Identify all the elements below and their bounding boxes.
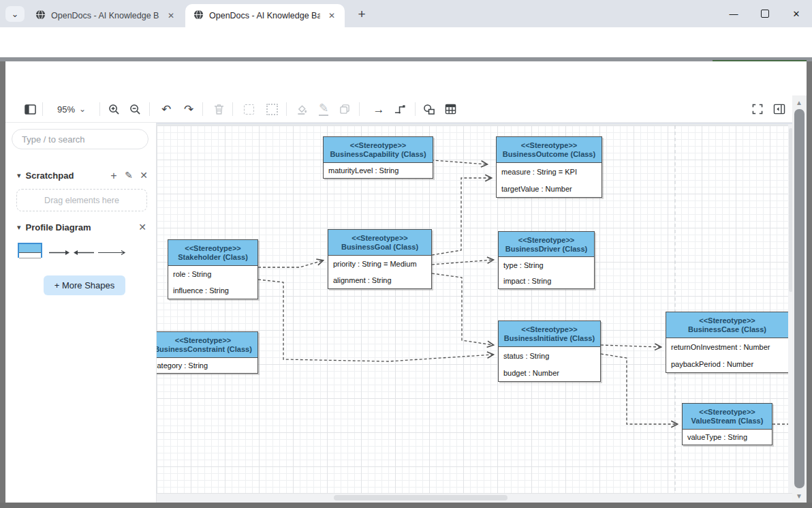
palette-open-arrow-shape[interactable] [97,247,126,259]
toolbar-divider [415,102,416,116]
tab-title: OpenDocs - AI Knowledge Base [51,11,159,20]
window-minimize-button[interactable]: — [723,7,744,20]
dependency-stakeholder-initiative[interactable] [258,280,493,361]
dependency-stakeholder-goal[interactable] [258,260,323,267]
class-header: <<Stereotype>> BusinessConstraint (Class… [157,332,257,358]
class-header: <<Stereotype>> BusinessOutcome (Class) [497,137,602,163]
table-tool[interactable] [443,103,457,115]
undo-button[interactable]: ↶ [159,103,173,115]
tab-close-icon[interactable]: ✕ [165,10,177,22]
tab-title: OpenDocs - AI Knowledge Base [209,11,320,20]
stereotype-label: <<Stereotype>> [350,141,407,149]
toolbar-divider [286,102,287,116]
address-bar: ← → ↻ ai-toolbox.visual-paradigm.com/app… [0,27,812,57]
class-business-capability[interactable]: <<Stereotype>> BusinessCapability (Class… [323,136,433,179]
caret-down-icon: ▾ [17,223,21,232]
line-style-button[interactable]: ✎ [317,103,330,115]
canvas-horizontal-scrollbar-thumb[interactable] [334,495,507,500]
scratchpad-dropzone[interactable]: Drag elements here [16,189,147,211]
lasso-icon [266,104,278,115]
zoom-in-button[interactable] [107,103,121,115]
fill-color-button[interactable] [295,103,309,115]
class-business-outcome[interactable]: <<Stereotype>> BusinessOutcome (Class) m… [496,136,602,198]
class-header: <<Stereotype>> BusinessCase (Class) [666,312,788,338]
search-input[interactable] [12,129,149,149]
collapse-panel-button[interactable] [772,103,786,115]
globe-favicon-icon [193,10,204,23]
select-region-button[interactable] [242,103,255,115]
profile-diagram-title: Profile Diagram [26,222,91,233]
scratchpad-close-button[interactable]: ✕ [138,170,150,182]
copy-style-button[interactable] [338,103,352,115]
class-attribute: alignment : String [328,272,431,288]
scroll-up-icon[interactable]: ▲ [796,99,802,106]
class-name: BusinessConstraint (Class) [157,345,252,353]
fullscreen-button[interactable] [751,103,764,115]
stereotype-label: <<Stereotype>> [352,234,408,242]
toolbar-divider [232,102,233,116]
tab-close-icon[interactable]: ✕ [326,10,338,22]
class-business-case[interactable]: <<Stereotype>> BusinessCase (Class) retu… [666,312,788,373]
scratchpad-section-header[interactable]: ▾ Scratchpad [17,170,74,181]
window-maximize-button[interactable] [755,7,775,20]
window-close-button[interactable]: ✕ [786,7,807,20]
more-shapes-label: + More Shapes [54,280,115,290]
scratchpad-actions: + ✎ ✕ [108,170,150,182]
lasso-select-button[interactable] [265,103,279,115]
class-name: BusinessCase (Class) [688,325,766,333]
class-thumb-header [19,244,41,253]
class-attribute: maturityLevel : String [324,163,433,178]
dependency-initiative-case[interactable] [601,345,661,347]
class-attribute: type : String [499,257,594,273]
zoom-out-button[interactable] [128,103,142,115]
page-frame-bottom [0,503,812,508]
straight-connector-tool[interactable]: → [372,103,386,115]
dependency-goal-outcome[interactable] [432,178,491,255]
class-business-goal[interactable]: <<Stereotype>> BusinessGoal (Class) prio… [328,229,432,289]
zoom-level-select[interactable]: 95% ⌄ [50,101,93,117]
toolbar-divider [149,102,150,116]
maximize-icon [761,10,769,18]
palette-class-shape[interactable] [18,243,42,258]
class-name: Stakeholder (Class) [178,253,248,261]
delete-button[interactable] [212,103,225,115]
redo-button[interactable]: ↷ [182,103,196,115]
class-value-stream[interactable]: <<Stereotype>> ValueStream (Class) value… [682,403,772,445]
stereotype-label: <<Stereotype>> [521,325,578,333]
class-business-constraint[interactable]: <<Stereotype>> BusinessConstraint (Class… [157,331,258,374]
scroll-down-icon[interactable]: ▼ [796,492,802,500]
more-shapes-button[interactable]: + More Shapes [44,275,125,295]
class-name: BusinessInitiative (Class) [504,334,595,342]
zoom-level-value: 95% [57,104,75,115]
class-stakeholder[interactable]: <<Stereotype>> Stakeholder (Class) role … [168,239,258,299]
toolbar-divider [202,102,203,116]
page-scrollbar-thumb[interactable] [794,109,805,488]
class-header: <<Stereotype>> BusinessGoal (Class) [328,230,431,256]
tab-search-chevron-button[interactable]: ⌄ [5,6,25,22]
diagram-canvas[interactable]: <<Stereotype>> BusinessCapability (Class… [157,124,788,494]
new-tab-button[interactable]: + [353,5,371,23]
palette-arrow-right-shape[interactable] [48,247,70,259]
scratchpad-add-button[interactable]: + [108,170,120,182]
dropzone-label: Drag elements here [44,196,119,205]
profile-section-close-button[interactable]: ✕ [136,222,149,233]
dependency-goal-initiative[interactable] [432,273,493,345]
shapes-tool[interactable] [422,103,436,115]
elbow-connector-tool[interactable] [393,103,407,115]
tab-2-active[interactable]: OpenDocs - AI Knowledge Base ✕ [185,4,345,27]
class-business-driver[interactable]: <<Stereotype>> BusinessDriver (Class) ty… [498,231,595,289]
stereotype-label: <<Stereotype>> [185,244,241,252]
class-business-initiative[interactable]: <<Stereotype>> BusinessInitiative (Class… [498,320,601,382]
stereotype-label: <<Stereotype>> [175,336,232,344]
screen: ⌄ OpenDocs - AI Knowledge Base ✕ OpenDoc… [0,0,812,508]
scratchpad-edit-button[interactable]: ✎ [123,170,135,182]
profile-diagram-section-header[interactable]: ▾ Profile Diagram [17,222,91,233]
toggle-sidebar-button[interactable] [23,103,37,115]
page-frame-left [0,61,5,503]
dependency-goal-driver[interactable] [432,260,493,265]
class-header: <<Stereotype>> ValueStream (Class) [683,404,772,430]
tab-1[interactable]: OpenDocs - AI Knowledge Base ✕ [27,4,184,27]
palette-arrow-left-shape[interactable] [73,247,95,259]
class-attribute: priority : String = Medium [328,256,431,272]
page-frame-right [807,61,812,503]
